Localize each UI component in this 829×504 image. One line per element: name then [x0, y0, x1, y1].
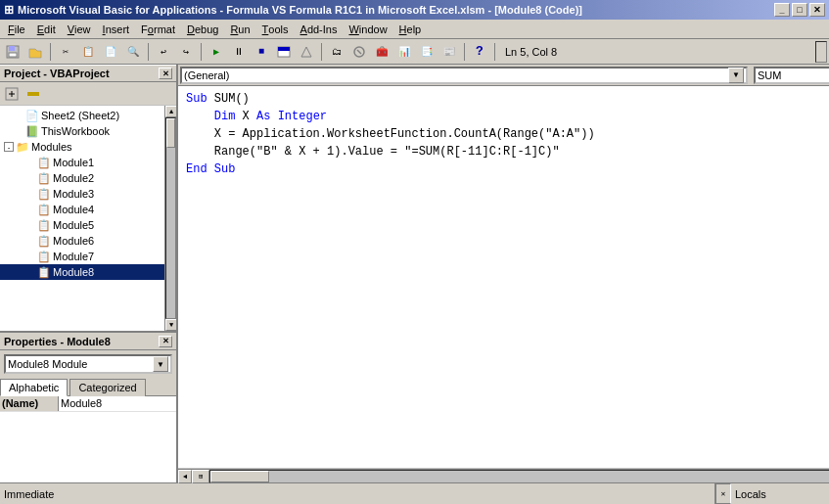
- tree-item-module8[interactable]: 📋 Module8: [0, 264, 164, 280]
- hscroll-thumb[interactable]: [210, 471, 269, 482]
- properties-dropdown[interactable]: Module8 Module ▼: [4, 354, 172, 374]
- tree-item-module1[interactable]: 📋 Module1: [0, 155, 164, 170]
- code-combo-object[interactable]: (General) ▼: [180, 67, 748, 84]
- project-btn-2[interactable]: [23, 85, 43, 103]
- code-area[interactable]: Sub SUM() Dim X As Integer X = Applicati…: [178, 86, 829, 469]
- properties-title: Properties - Module8: [4, 336, 111, 347]
- thisworkbook-icon: 📗: [25, 125, 39, 138]
- project-panel-title: Project - VBAProject: [4, 68, 110, 79]
- tree-scroll-down[interactable]: ▼: [165, 319, 176, 331]
- toolbar-save[interactable]: [2, 41, 23, 63]
- menu-window[interactable]: Window: [343, 20, 392, 38]
- locals-label: Locals: [735, 488, 766, 500]
- toolbar-stop[interactable]: ■: [251, 41, 272, 63]
- minimize-button[interactable]: _: [774, 3, 790, 17]
- tree-item-module7[interactable]: 📋 Module7: [0, 249, 164, 264]
- project-btn-1[interactable]: [2, 85, 22, 103]
- tree-label-module1: Module1: [53, 157, 94, 168]
- hscroll-separator-btn[interactable]: ⊞: [192, 470, 209, 483]
- tree-label-module6: Module6: [53, 235, 94, 247]
- code-line-3: X = Application.WorksheetFunction.CountA…: [186, 125, 829, 143]
- code-hscrollbar: ◄ ⊞ ►: [178, 469, 829, 482]
- menu-addins[interactable]: Add-Ins: [295, 20, 344, 38]
- toolbar-run[interactable]: ▶: [206, 41, 227, 63]
- module5-icon: 📋: [37, 219, 51, 232]
- tree-scroll-up[interactable]: ▲: [165, 106, 176, 117]
- tree-item-module3[interactable]: 📋 Module3: [0, 186, 164, 202]
- immediate-close-button[interactable]: ✕: [715, 483, 731, 504]
- toolbar-userform[interactable]: [273, 41, 295, 63]
- module7-icon: 📋: [37, 251, 51, 263]
- project-panel-header: Project - VBAProject ✕: [0, 65, 176, 82]
- properties-close-button[interactable]: ✕: [159, 336, 172, 347]
- code-toolbar: (General) ▼ SUM ▼: [178, 65, 829, 86]
- toolbar-sep-1: [50, 43, 51, 61]
- project-close-button[interactable]: ✕: [159, 68, 172, 79]
- left-panel: Project - VBAProject ✕ 📄 Sheet2 (Shee: [0, 65, 178, 482]
- code-line-4: Range("B" & X + 1).Value = "=SUM(R[-11]C…: [186, 143, 829, 160]
- properties-dropdown-container: Module8 Module ▼: [0, 350, 176, 378]
- tree-vscrollbar[interactable]: ▲ ▼: [164, 106, 176, 331]
- toolbar-cut[interactable]: ✂: [55, 41, 76, 63]
- menu-debug[interactable]: Debug: [181, 20, 224, 38]
- toolbar-project[interactable]: 🗂: [326, 41, 347, 63]
- props-row-name: (Name) Module8: [0, 396, 176, 412]
- toolbar-undo[interactable]: ↩: [153, 41, 174, 63]
- project-toolbar: [0, 82, 176, 106]
- code-combo-procedure[interactable]: SUM ▼: [754, 67, 829, 84]
- close-button[interactable]: ✕: [809, 3, 825, 17]
- toolbar-tab1[interactable]: 📑: [416, 41, 438, 63]
- toolbar-props[interactable]: 📊: [393, 41, 415, 63]
- sheet2-icon: 📄: [25, 110, 39, 122]
- tree-item-module4[interactable]: 📋 Module4: [0, 202, 164, 217]
- modules-folder-icon: 📁: [16, 141, 29, 154]
- menu-format[interactable]: Format: [135, 20, 181, 38]
- toolbar-redo[interactable]: ↪: [175, 41, 197, 63]
- module8-icon: 📋: [37, 266, 51, 279]
- tree-item-module2[interactable]: 📋 Module2: [0, 170, 164, 186]
- status-bar: Immediate ✕ Locals: [0, 482, 829, 504]
- menu-edit[interactable]: Edit: [31, 20, 62, 38]
- tree-item-thisworkbook[interactable]: 📗 ThisWorkbook: [0, 123, 164, 139]
- menu-help[interactable]: Help: [393, 20, 428, 38]
- toolbar-design[interactable]: [296, 41, 317, 63]
- tree-item-modules[interactable]: - 📁 Modules: [0, 139, 164, 155]
- tree-item-module6[interactable]: 📋 Module6: [0, 233, 164, 249]
- modules-expand-icon: -: [4, 142, 14, 152]
- tree-scroll-track: [165, 117, 176, 319]
- menu-file[interactable]: File: [2, 20, 31, 38]
- toolbar-obj-browser[interactable]: [348, 41, 370, 63]
- tree-item-module5[interactable]: 📋 Module5: [0, 217, 164, 233]
- toolbar-open[interactable]: [24, 41, 46, 63]
- toolbar-sep-2: [148, 43, 149, 61]
- toolbar-toolbox[interactable]: 🧰: [371, 41, 392, 63]
- toolbar-vscroll[interactable]: [815, 41, 827, 63]
- toolbar-tab2[interactable]: 📰: [438, 41, 460, 63]
- tab-categorized[interactable]: Categorized: [69, 379, 145, 396]
- menu-run[interactable]: Run: [224, 20, 255, 38]
- code-combo-right-value: SUM: [758, 69, 781, 81]
- dropdown-arrow-icon[interactable]: ▼: [153, 356, 168, 372]
- code-combo-left-arrow[interactable]: ▼: [728, 68, 744, 83]
- menu-tools[interactable]: Tools: [256, 20, 295, 38]
- tree-scroll-thumb[interactable]: [166, 118, 175, 148]
- menu-insert[interactable]: Insert: [97, 20, 136, 38]
- toolbar-help[interactable]: ?: [469, 41, 490, 63]
- tree-item-sheet2[interactable]: 📄 Sheet2 (Sheet2): [0, 108, 164, 123]
- toolbar-pause[interactable]: ⏸: [228, 41, 250, 63]
- tab-alphabetic[interactable]: Alphabetic: [0, 379, 68, 396]
- project-tree[interactable]: 📄 Sheet2 (Sheet2) 📗 ThisWorkbook - 📁 Mod…: [0, 106, 164, 331]
- svg-rect-1: [9, 46, 15, 51]
- project-panel: Project - VBAProject ✕ 📄 Sheet2 (Shee: [0, 65, 176, 331]
- properties-panel-header: Properties - Module8 ✕: [0, 333, 176, 350]
- tree-label-modules: Modules: [31, 141, 72, 153]
- menu-view[interactable]: View: [62, 20, 97, 38]
- toolbar-find[interactable]: 🔍: [122, 41, 144, 63]
- window-controls: _ □ ✕: [774, 3, 825, 17]
- toolbar-paste[interactable]: 📄: [100, 41, 121, 63]
- maximize-button[interactable]: □: [792, 3, 807, 17]
- toolbar-copy[interactable]: 📋: [77, 41, 99, 63]
- main-area: Project - VBAProject ✕ 📄 Sheet2 (Shee: [0, 65, 829, 482]
- code-line-2: Dim X As Integer: [186, 108, 829, 125]
- hscroll-left-btn[interactable]: ◄: [178, 470, 192, 483]
